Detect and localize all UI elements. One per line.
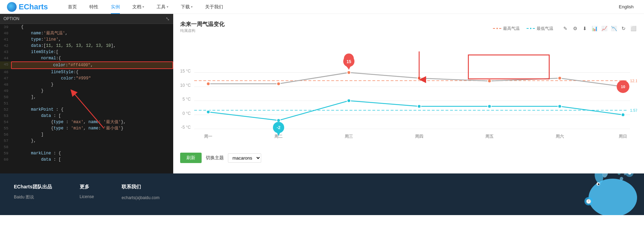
code-line-highlighted: 45 color:"#ff4400", [0,61,173,69]
svg-marker-30 [347,66,351,70]
legend-min-label: 最低气温 [537,26,553,32]
nav-features[interactable]: 特性 [83,0,105,14]
footer-decoration: ⚙ 🕐 [568,173,644,215]
code-line: 39 { [0,24,173,30]
svg-text:15: 15 [346,59,351,64]
code-panel-header: OPTION ⤡ [0,14,173,24]
svg-point-36 [347,99,351,102]
code-line: 49 } [0,88,173,94]
chart-controls: 刷新 切换主题 macarons [180,153,637,163]
footer-link-license[interactable]: License [80,194,94,199]
svg-text:周日: 周日 [619,134,627,139]
refresh-button[interactable]: 刷新 [180,153,202,163]
logo-text: ECharts [19,2,48,11]
chart-svg-container: -5 °C 0 °C 5 °C 10 °C 15 °C 周一 周二 周三 周四 … [180,38,637,149]
theme-select[interactable]: macarons [228,153,261,163]
toolbar-refresh-icon[interactable]: ↻ [620,25,627,32]
footer-heading-more: 更多 [80,184,94,190]
code-line: 54 {type : 'max', name: '最大值'}, [0,119,173,125]
nav-home[interactable]: 首页 [62,0,83,14]
svg-text:-2: -2 [277,125,281,130]
footer-email: echarts(a)baidu.com [122,195,159,200]
svg-text:周五: 周五 [485,134,494,139]
svg-text:12.14: 12.14 [630,79,637,83]
svg-text:🕐: 🕐 [586,198,592,204]
chart-header: 未来一周气温变化 纯属虚构 最高气温 最低气温 [180,21,637,36]
logo[interactable]: ECharts [7,2,48,12]
code-panel: OPTION ⤡ 39 { 40 name:'最高气温', 41 type:'l… [0,14,173,173]
code-lines[interactable]: 39 { 40 name:'最高气温', 41 type:'line', 42 … [0,24,173,173]
svg-point-40 [621,113,625,117]
main-content: OPTION ⤡ 39 { 40 name:'最高气温', 41 type:'l… [0,14,644,173]
code-expand-icon[interactable]: ⤡ [166,16,170,22]
code-line: 41 type:'line', [0,36,173,43]
footer-section-echarts: ECharts团队出品 Baidu 图说 [14,184,52,205]
code-line: 57 }, [0,138,173,144]
code-line: 40 name:'最高气温', [0,30,173,36]
code-line: 51 [0,100,173,107]
nav-language[interactable]: English [615,4,637,9]
code-line: 46 lineStyle:{ [0,69,173,75]
svg-point-61 [618,173,620,175]
chart-svg: -5 °C 0 °C 5 °C 10 °C 15 °C 周一 周二 周三 周四 … [180,38,637,149]
svg-text:-5 °C: -5 °C [181,125,191,130]
chart-title: 未来一周气温变化 [180,21,224,28]
svg-point-34 [206,110,210,114]
nav-tools[interactable]: 工具▾ [150,0,175,14]
switch-theme-label: 切换主题 [206,155,224,161]
toolbar-download-icon[interactable]: ⬇ [581,25,589,32]
svg-text:周四: 周四 [415,134,423,139]
chart-panel: 未来一周气温变化 纯属虚构 最高气温 最低气温 [173,14,644,173]
toolbar-fullscreen-icon[interactable]: ⬜ [629,25,637,32]
legend-min: 最低气温 [527,26,553,32]
toolbar-stack-icon[interactable]: 📉 [610,25,618,32]
code-line: 44 normal:{ [0,55,173,61]
svg-point-35 [277,119,280,122]
navigation: ECharts 首页 特性 实例 文档▾ 工具▾ 下载▾ 关于我们 Englis… [0,0,644,14]
footer-heading-echarts: ECharts团队出品 [14,184,52,190]
nav-docs[interactable]: 文档▾ [126,0,150,14]
legend-max: 最高气温 [493,26,520,32]
svg-text:0 °C: 0 °C [183,111,191,116]
toolbar-line-icon[interactable]: 📈 [600,25,608,32]
code-line: 43 itemStyle:[ [0,49,173,55]
svg-point-49 [589,179,637,215]
nav-download[interactable]: 下载▾ [175,0,199,14]
footer-section-more: 更多 License [80,184,94,205]
code-line: 58 [0,144,173,150]
footer-section-contact: 联系我们 echarts(a)baidu.com [122,184,159,205]
code-line: 59 markLine : { [0,150,173,156]
code-panel-title: OPTION [3,16,19,21]
chart-title-group: 未来一周气温变化 纯属虚构 [180,21,224,36]
toolbar-edit-icon[interactable]: ✎ [562,25,569,32]
svg-text:10 °C: 10 °C [180,83,191,88]
chart-legend: 最高气温 最低气温 [493,26,553,32]
svg-point-59 [620,177,623,180]
legend-min-dot [529,27,532,30]
toolbar-bar-icon[interactable]: 📊 [591,25,598,32]
nav-tools-arrow: ▾ [167,5,168,9]
svg-point-38 [488,104,491,108]
nav-download-arrow: ▾ [191,5,193,9]
svg-text:周六: 周六 [556,134,564,139]
svg-text:5 °C: 5 °C [183,97,191,102]
legend-max-line [493,28,501,29]
code-line: 47 color:"#999" [0,75,173,82]
svg-point-52 [598,184,600,185]
svg-point-26 [488,79,491,83]
code-line: 42 data:[11, 11, 15, 13, 12, 13, 10], [0,43,173,49]
legend-min-line [527,28,535,29]
toolbar-config-icon[interactable]: ⚙ [571,25,579,32]
svg-point-22 [206,82,210,86]
nav-docs-arrow: ▾ [142,5,144,9]
nav-examples[interactable]: 实例 [105,0,126,14]
svg-point-39 [558,104,562,108]
svg-text:15 °C: 15 °C [180,69,191,74]
svg-text:周一: 周一 [204,134,212,139]
svg-text:10: 10 [621,85,625,89]
nav-about[interactable]: 关于我们 [199,0,229,14]
code-line: 53 data : [ [0,113,173,119]
svg-text:⚙: ⚙ [627,173,632,176]
footer-link-baidu[interactable]: Baidu 图说 [14,194,52,200]
svg-point-37 [417,104,421,108]
